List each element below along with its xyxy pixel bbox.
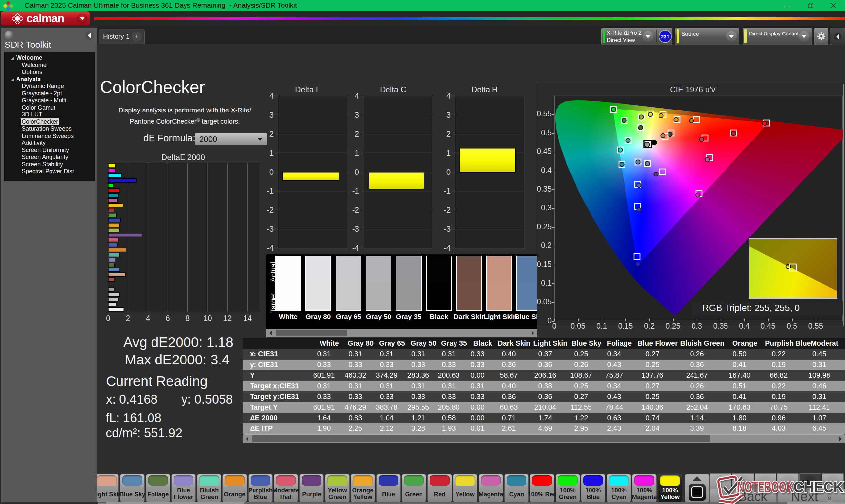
svg-text:1: 1 [446,148,451,157]
svg-text:-1: -1 [444,186,451,195]
svg-text:Delta H: Delta H [471,85,498,94]
svg-text:0: 0 [446,167,451,177]
svg-text:12: 12 [224,314,232,323]
svg-text:0: 0 [355,167,359,177]
svg-text:3: 3 [355,110,359,120]
svg-text:Delta L: Delta L [295,85,320,94]
svg-text:3: 3 [269,110,274,120]
svg-text:-2: -2 [267,205,274,214]
svg-text:4: 4 [269,91,274,100]
svg-text:4: 4 [446,91,451,100]
svg-text:1: 1 [355,148,359,157]
svg-text:Delta C: Delta C [380,85,406,94]
svg-text:-4: -4 [352,244,359,252]
svg-text:-4: -4 [267,244,274,252]
svg-text:2: 2 [126,314,130,323]
svg-text:2: 2 [446,129,451,138]
svg-text:6: 6 [166,314,170,323]
svg-text:-3: -3 [444,224,451,233]
svg-text:2: 2 [355,129,359,138]
svg-text:8: 8 [186,314,190,323]
svg-text:-3: -3 [352,224,359,233]
svg-text:14: 14 [243,314,252,323]
svg-text:-3: -3 [267,224,274,233]
svg-text:0: 0 [269,167,274,177]
svg-text:-4: -4 [444,244,451,252]
svg-text:1: 1 [269,148,274,157]
svg-text:-1: -1 [267,186,274,195]
svg-text:-1: -1 [352,186,359,195]
svg-text:-2: -2 [352,205,359,214]
svg-text:4: 4 [355,91,359,100]
svg-text:10: 10 [203,314,212,323]
svg-text:2: 2 [269,129,274,138]
svg-text:0: 0 [106,314,110,323]
svg-text:4: 4 [146,314,150,323]
svg-text:3: 3 [446,110,451,120]
svg-text:-2: -2 [444,205,451,214]
svg-text:NOTEBOOK: NOTEBOOK [737,478,793,496]
svg-text:CHECK: CHECK [793,478,844,496]
